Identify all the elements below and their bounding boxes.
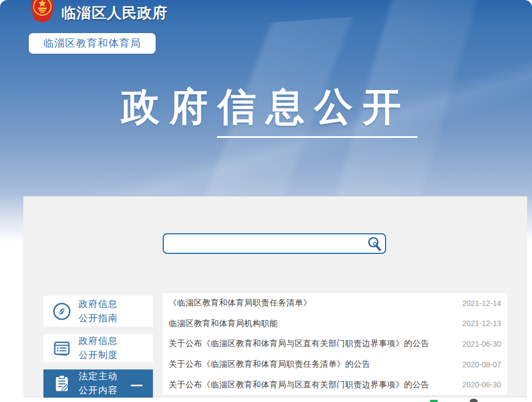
list-item[interactable]: 临淄区教育和体育局机构职能 2021-12-13 (163, 314, 507, 334)
sidebar-item-label: 法定主动 公开内容 (79, 369, 118, 398)
compass-icon (51, 301, 73, 322)
sidebar-item-guide[interactable]: 政府信息 公开指南 (43, 296, 153, 327)
search-box (163, 233, 386, 254)
list-item-title[interactable]: 临淄区教育和体育局机构职能 (169, 318, 278, 329)
list-item-date: 2021-06-30 (462, 340, 501, 348)
list-item-title[interactable]: 关于公布《临淄区教育和体育局与区直有关部门职责边界事项》的公告 (169, 339, 430, 349)
list-item-date: 2021-12-14 (462, 299, 501, 308)
list-item-title[interactable]: 关于公布《临淄区教育和体育局职责任务清单》的公告 (169, 359, 370, 369)
list-item[interactable]: 《临淄区教育和体育局职责任务清单》 2021-12-14 (163, 293, 507, 314)
cutoff-dark-icon (470, 399, 478, 402)
search-icon (367, 236, 382, 251)
list-item[interactable]: 关于公布《临淄区教育和体育局职责任务清单》的公告 2020-08-07 (163, 354, 507, 375)
page-title: 政府信息公开 (0, 81, 532, 133)
list-item-title[interactable]: 《临淄区教育和体育局职责任务清单》 (169, 298, 312, 308)
cutoff-green-icon (430, 400, 438, 402)
search-input[interactable] (164, 234, 363, 253)
document-icon (51, 337, 73, 359)
clipboard-icon (51, 373, 73, 394)
list-item-title[interactable]: 关于公布《临淄区教育和体育局与区直有关部门职责边界事项》的公告 (169, 380, 430, 390)
sidebar-item-statutory[interactable]: 法定主动 公开内容 (43, 369, 153, 398)
bureau-tab[interactable]: 临淄区教育和体育局 (29, 33, 156, 54)
list-item-date: 2020-06-30 (462, 380, 501, 389)
sidebar-item-label: 政府信息 公开指南 (79, 297, 118, 326)
hero-banner: 临淄区人民政府 临淄区教育和体育局 政府信息公开 (0, 0, 532, 196)
list-item-date: 2020-08-07 (462, 360, 501, 369)
list-item-date: 2021-12-13 (462, 319, 501, 328)
national-emblem-icon (30, 0, 55, 22)
page: 临淄区人民政府 临淄区教育和体育局 政府信息公开 (0, 0, 532, 402)
gov-name: 临淄区人民政府 (61, 3, 168, 23)
collapse-minus-icon[interactable] (131, 385, 143, 386)
search-button[interactable] (363, 234, 385, 253)
sidebar-item-label: 政府信息 公开制度 (79, 334, 118, 362)
title-underline (217, 136, 418, 138)
sidebar-item-rules[interactable]: 政府信息 公开制度 (43, 334, 153, 362)
article-list: 《临淄区教育和体育局职责任务清单》 2021-12-14 临淄区教育和体育局机构… (163, 293, 507, 395)
list-item[interactable]: 关于公布《临淄区教育和体育局与区直有关部门职责边界事项》的公告 2020-06-… (163, 374, 507, 395)
list-item[interactable]: 关于公布《临淄区教育和体育局与区直有关部门职责边界事项》的公告 2021-06-… (163, 334, 507, 354)
